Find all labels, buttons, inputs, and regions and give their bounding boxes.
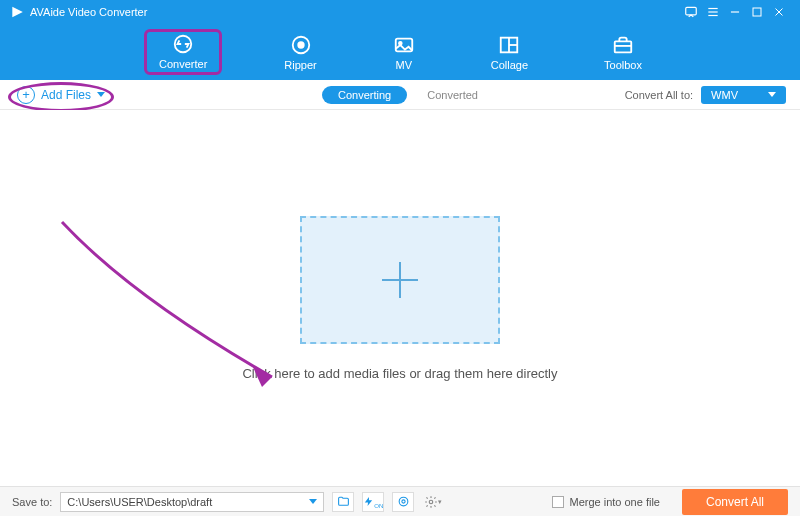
feedback-icon[interactable] [680,1,702,23]
tab-label: Ripper [284,59,316,71]
convert-all-button[interactable]: Convert All [682,489,788,515]
plus-circle-icon: + [17,86,35,104]
sub-toolbar: + Add Files Converting Converted Convert… [0,80,800,110]
chevron-down-icon [97,92,105,97]
tab-label: MV [395,59,412,71]
tab-converting[interactable]: Converting [322,86,407,104]
converter-icon [172,33,194,55]
svg-point-21 [399,497,408,506]
high-speed-button[interactable] [392,492,414,512]
tab-converted[interactable]: Converted [427,89,478,101]
tab-mv[interactable]: MV [379,31,429,74]
collage-icon [498,34,520,56]
chevron-down-icon [309,499,317,504]
save-path-value: C:\Users\USER\Desktop\draft [67,496,212,508]
hardware-accel-button[interactable]: ON [362,492,384,512]
tab-converted-label: Converted [427,89,478,101]
tab-collage[interactable]: Collage [477,31,542,74]
svg-point-22 [402,500,405,503]
save-to-label: Save to: [12,496,52,508]
svg-rect-6 [753,8,761,16]
status-tabs: Converting Converted [322,86,478,104]
checkbox-icon [552,496,564,508]
convert-all-to-label: Convert All to: [625,89,693,101]
add-files-button[interactable]: + Add Files [14,83,117,107]
open-folder-button[interactable] [332,492,354,512]
convert-all-to: Convert All to: WMV [625,86,786,104]
minimize-icon[interactable] [724,1,746,23]
svg-point-23 [430,500,434,504]
merge-checkbox[interactable]: Merge into one file [552,496,660,508]
footer-bar: Save to: C:\Users\USER\Desktop\draft ON … [0,486,800,516]
svg-marker-0 [12,7,22,18]
drop-zone-text: Click here to add media files or drag th… [242,366,557,381]
app-logo-icon [10,5,24,19]
chevron-down-icon [768,92,776,97]
tab-label: Toolbox [604,59,642,71]
svg-point-11 [298,42,304,48]
svg-rect-1 [686,7,697,15]
title-bar: AVAide Video Converter [0,0,800,24]
convert-all-label: Convert All [706,495,764,509]
tab-converter[interactable]: Converter [144,29,222,75]
output-format-value: WMV [711,89,738,101]
mv-icon [393,34,415,56]
tab-converting-label: Converting [338,89,391,101]
drop-zone[interactable] [300,216,500,344]
main-area: Click here to add media files or drag th… [0,110,800,486]
tab-ripper[interactable]: Ripper [270,31,330,74]
save-path-dropdown[interactable]: C:\Users\USER\Desktop\draft [60,492,324,512]
maximize-icon[interactable] [746,1,768,23]
ripper-icon [290,34,312,56]
svg-rect-17 [615,41,632,52]
svg-marker-20 [365,497,372,506]
merge-label: Merge into one file [569,496,660,508]
plus-icon [382,262,418,298]
settings-button[interactable]: ▾ [422,492,444,512]
tab-toolbox[interactable]: Toolbox [590,31,656,74]
tab-label: Converter [159,58,207,70]
close-icon[interactable] [768,1,790,23]
output-format-dropdown[interactable]: WMV [701,86,786,104]
app-title: AVAide Video Converter [30,6,147,18]
main-nav: Converter Ripper MV Collage Toolbox [0,24,800,80]
toolbox-icon [612,34,634,56]
menu-icon[interactable] [702,1,724,23]
add-files-label: Add Files [41,88,91,102]
tab-label: Collage [491,59,528,71]
